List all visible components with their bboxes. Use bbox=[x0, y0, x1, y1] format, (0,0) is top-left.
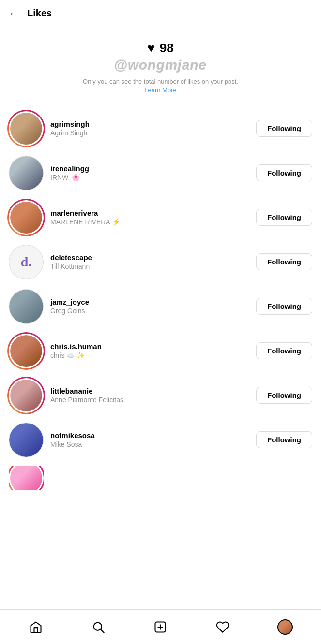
page-title: Likes bbox=[27, 8, 52, 19]
avatar[interactable] bbox=[10, 335, 42, 367]
avatar-wrap bbox=[9, 111, 44, 146]
user-info: littlebananieAnne Piamonte Felicitas bbox=[50, 386, 249, 405]
likes-count-row: ♥ 98 bbox=[147, 41, 173, 56]
user-list-item: marleneriveraMARLENE RIVERA ⚡Following bbox=[0, 195, 321, 240]
likes-count: 98 bbox=[160, 41, 174, 56]
user-info: chris.is.humanchris ☁️ ✨ bbox=[50, 342, 249, 360]
avatar[interactable] bbox=[10, 202, 42, 234]
avatar[interactable]: d. bbox=[9, 245, 44, 279]
user-list-item: irenealinggIRNW. 🌸Following bbox=[0, 151, 321, 195]
heart-icon: ♥ bbox=[147, 41, 154, 56]
nav-profile[interactable] bbox=[273, 615, 298, 640]
user-list-item: jamz_joyceGreg GoinsFollowing bbox=[0, 284, 321, 329]
display-name: MARLENE RIVERA ⚡ bbox=[50, 218, 249, 226]
avatar[interactable] bbox=[9, 156, 44, 190]
follow-button[interactable]: Following bbox=[256, 298, 312, 315]
display-name: Greg Goins bbox=[50, 307, 249, 315]
user-list-item: agrimsinghAgrim SinghFollowing bbox=[0, 106, 321, 151]
partial-avatar bbox=[9, 466, 44, 490]
follow-button[interactable]: Following bbox=[256, 209, 312, 226]
home-icon bbox=[29, 620, 43, 634]
follow-button[interactable]: Following bbox=[256, 342, 312, 359]
display-name: Agrim Singh bbox=[50, 129, 249, 137]
user-list-item: notmikesosaMike SosaFollowing bbox=[0, 418, 321, 462]
search-icon bbox=[92, 620, 105, 634]
add-icon bbox=[153, 620, 167, 634]
avatar-wrap bbox=[9, 423, 44, 457]
avatar-wrap bbox=[9, 378, 44, 413]
display-name: Till Kottmann bbox=[50, 262, 249, 271]
likes-summary: ♥ 98 @wongmjane Only you can see the tot… bbox=[0, 27, 321, 102]
username: jamz_joyce bbox=[50, 297, 249, 307]
user-info: irenealinggIRNW. 🌸 bbox=[50, 164, 249, 182]
avatar[interactable] bbox=[10, 113, 42, 145]
follow-button[interactable]: Following bbox=[256, 253, 312, 270]
user-info: deletescapeTill Kottmann bbox=[50, 253, 249, 271]
follow-button[interactable]: Following bbox=[256, 164, 312, 181]
follow-button[interactable]: Following bbox=[256, 387, 312, 404]
avatar[interactable] bbox=[9, 423, 44, 457]
nav-search[interactable] bbox=[86, 615, 111, 640]
nav-add[interactable] bbox=[148, 615, 173, 640]
display-name: Anne Piamonte Felicitas bbox=[50, 395, 249, 404]
username: irenealingg bbox=[50, 164, 249, 174]
avatar-letter: d. bbox=[21, 254, 32, 270]
user-info: notmikesosaMike Sosa bbox=[50, 431, 249, 449]
username: notmikesosa bbox=[50, 431, 249, 440]
bottom-nav bbox=[0, 609, 321, 644]
profile-avatar bbox=[277, 619, 293, 635]
avatar[interactable] bbox=[9, 289, 44, 324]
username: deletescape bbox=[50, 253, 249, 263]
follow-button[interactable]: Following bbox=[256, 120, 312, 137]
avatar[interactable] bbox=[10, 380, 42, 411]
display-name: IRNW. 🌸 bbox=[50, 173, 249, 182]
avatar-wrap bbox=[9, 156, 44, 190]
username: littlebananie bbox=[50, 386, 249, 396]
user-list-item: d.deletescapeTill KottmannFollowing bbox=[0, 240, 321, 284]
username: marlenerivera bbox=[50, 208, 249, 218]
header: ← Likes bbox=[0, 0, 321, 27]
nav-activity[interactable] bbox=[210, 615, 235, 640]
display-name: Mike Sosa bbox=[50, 440, 249, 449]
nav-home[interactable] bbox=[23, 615, 48, 640]
heart-nav-icon bbox=[216, 620, 229, 634]
avatar-wrap bbox=[9, 334, 44, 368]
avatar-wrap bbox=[9, 200, 44, 235]
user-info: marleneriveraMARLENE RIVERA ⚡ bbox=[50, 208, 249, 227]
back-button[interactable]: ← bbox=[9, 8, 19, 19]
avatar-wrap bbox=[9, 289, 44, 324]
user-info: jamz_joyceGreg Goins bbox=[50, 297, 249, 316]
display-name: chris ☁️ ✨ bbox=[50, 351, 249, 360]
user-list-item: littlebananieAnne Piamonte FelicitasFoll… bbox=[0, 373, 321, 418]
likes-note: Only you can see the total number of lik… bbox=[83, 77, 238, 87]
partial-list-item bbox=[0, 466, 321, 490]
user-list: agrimsinghAgrim SinghFollowingirenealing… bbox=[0, 102, 321, 466]
username: agrimsingh bbox=[50, 119, 249, 129]
learn-more-link[interactable]: Learn More bbox=[144, 87, 176, 94]
watermark: @wongmjane bbox=[114, 58, 207, 73]
username: chris.is.human bbox=[50, 342, 249, 351]
user-list-item: chris.is.humanchris ☁️ ✨Following bbox=[0, 329, 321, 373]
follow-button[interactable]: Following bbox=[256, 431, 312, 448]
avatar-wrap: d. bbox=[9, 245, 44, 279]
svg-line-1 bbox=[101, 629, 104, 632]
user-info: agrimsinghAgrim Singh bbox=[50, 119, 249, 138]
